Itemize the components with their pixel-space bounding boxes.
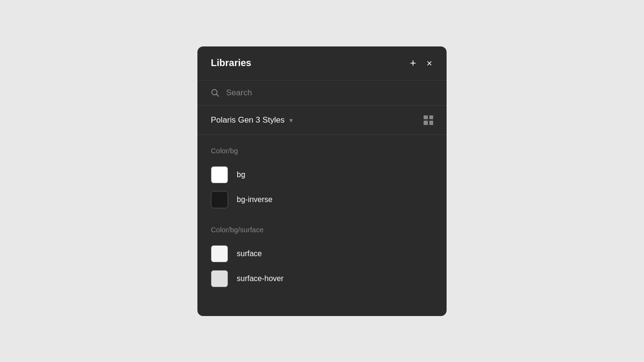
- color-item-surface[interactable]: surface: [211, 241, 433, 266]
- color-swatch-bg-inverse: [211, 191, 228, 208]
- color-item-surface-hover[interactable]: surface-hover: [211, 266, 433, 291]
- header-actions: + ×: [409, 57, 433, 69]
- plus-icon: +: [410, 58, 416, 68]
- color-swatch-surface: [211, 245, 228, 262]
- library-name-row: Polaris Gen 3 Styles ▾: [211, 115, 293, 125]
- color-list-bg: bg bg-inverse: [211, 162, 433, 212]
- close-panel-button[interactable]: ×: [426, 57, 433, 69]
- color-name-surface: surface: [237, 249, 262, 258]
- color-item-bg[interactable]: bg: [211, 162, 433, 187]
- svg-line-1: [217, 94, 219, 96]
- group-label-color-bg: Color/bg: [211, 147, 433, 155]
- color-name-bg-inverse: bg-inverse: [237, 195, 273, 204]
- library-name: Polaris Gen 3 Styles: [211, 115, 285, 125]
- grid-icon: [424, 115, 433, 125]
- color-swatch-surface-hover: [211, 270, 228, 287]
- color-swatch-bg: [211, 166, 228, 183]
- library-selector[interactable]: Polaris Gen 3 Styles ▾: [197, 106, 447, 135]
- panel-title: Libraries: [211, 57, 251, 68]
- grid-view-button[interactable]: [424, 115, 433, 125]
- color-name-bg: bg: [237, 170, 245, 179]
- color-name-surface-hover: surface-hover: [237, 274, 284, 283]
- panel-header: Libraries + ×: [197, 46, 447, 80]
- search-input[interactable]: [226, 88, 433, 98]
- close-icon: ×: [426, 58, 432, 68]
- content-section: Color/bg bg bg-inverse Color/bg/surface …: [197, 135, 447, 316]
- add-library-button[interactable]: +: [409, 57, 417, 69]
- search-icon: [211, 89, 219, 97]
- libraries-panel: Libraries + × Polaris Gen 3 Styles ▾: [197, 46, 447, 316]
- search-section: [197, 80, 447, 106]
- chevron-down-icon: ▾: [289, 116, 293, 124]
- group-label-color-bg-surface: Color/bg/surface: [211, 226, 433, 234]
- color-item-bg-inverse[interactable]: bg-inverse: [211, 187, 433, 212]
- color-list-surface: surface surface-hover: [211, 241, 433, 291]
